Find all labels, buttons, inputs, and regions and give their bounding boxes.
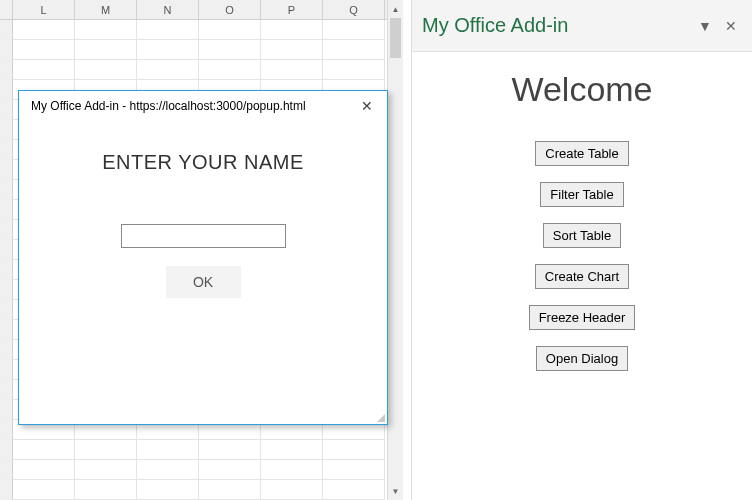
column-header[interactable]: O bbox=[199, 0, 261, 19]
row-header[interactable] bbox=[0, 400, 13, 420]
cell[interactable] bbox=[13, 40, 75, 60]
cell[interactable] bbox=[261, 460, 323, 480]
column-header[interactable]: Q bbox=[323, 0, 385, 19]
row-header[interactable] bbox=[0, 420, 13, 440]
row bbox=[0, 480, 403, 500]
row bbox=[0, 40, 403, 60]
row-header[interactable] bbox=[0, 360, 13, 380]
cell[interactable] bbox=[75, 480, 137, 500]
cell[interactable] bbox=[137, 60, 199, 80]
sort-table-button[interactable]: Sort Table bbox=[543, 223, 621, 248]
column-header[interactable]: P bbox=[261, 0, 323, 19]
column-header[interactable]: L bbox=[13, 0, 75, 19]
cell[interactable] bbox=[199, 60, 261, 80]
cell[interactable] bbox=[75, 440, 137, 460]
filter-table-button[interactable]: Filter Table bbox=[540, 182, 623, 207]
cell[interactable] bbox=[323, 440, 385, 460]
cell[interactable] bbox=[137, 20, 199, 40]
scroll-down-icon[interactable]: ▼ bbox=[388, 482, 403, 500]
cell[interactable] bbox=[323, 480, 385, 500]
resize-handle[interactable] bbox=[373, 410, 385, 422]
close-icon[interactable]: ✕ bbox=[355, 94, 379, 118]
row-header[interactable] bbox=[0, 320, 13, 340]
row-header[interactable] bbox=[0, 180, 13, 200]
row-header[interactable] bbox=[0, 40, 13, 60]
cell[interactable] bbox=[261, 480, 323, 500]
cell[interactable] bbox=[199, 20, 261, 40]
row-header[interactable] bbox=[0, 300, 13, 320]
cell[interactable] bbox=[323, 460, 385, 480]
cell[interactable] bbox=[13, 60, 75, 80]
cell[interactable] bbox=[137, 440, 199, 460]
cell[interactable] bbox=[199, 40, 261, 60]
cell[interactable] bbox=[323, 20, 385, 40]
cell[interactable] bbox=[75, 40, 137, 60]
pane-splitter[interactable] bbox=[403, 0, 411, 500]
row-header[interactable] bbox=[0, 460, 13, 480]
cell[interactable] bbox=[137, 480, 199, 500]
column-header[interactable]: N bbox=[137, 0, 199, 19]
row-header[interactable] bbox=[0, 380, 13, 400]
cell[interactable] bbox=[75, 60, 137, 80]
row-header[interactable] bbox=[0, 200, 13, 220]
select-all-corner[interactable] bbox=[0, 0, 13, 19]
pane-menu-icon[interactable]: ▼ bbox=[694, 15, 716, 37]
cell[interactable] bbox=[199, 440, 261, 460]
row-header[interactable] bbox=[0, 240, 13, 260]
task-pane-header: My Office Add-in ▼ ✕ bbox=[412, 0, 752, 52]
cell[interactable] bbox=[199, 480, 261, 500]
cell[interactable] bbox=[137, 460, 199, 480]
cell[interactable] bbox=[75, 460, 137, 480]
row-header[interactable] bbox=[0, 260, 13, 280]
cell[interactable] bbox=[13, 20, 75, 40]
scroll-thumb[interactable] bbox=[390, 18, 401, 58]
task-pane: My Office Add-in ▼ ✕ Welcome Create Tabl… bbox=[411, 0, 752, 500]
pane-close-icon[interactable]: ✕ bbox=[720, 15, 742, 37]
row-header[interactable] bbox=[0, 80, 13, 100]
popup-dialog: My Office Add-in - https://localhost:300… bbox=[18, 90, 388, 425]
row bbox=[0, 60, 403, 80]
row-header[interactable] bbox=[0, 60, 13, 80]
ok-button[interactable]: OK bbox=[166, 266, 241, 298]
task-pane-title: My Office Add-in bbox=[422, 14, 690, 37]
popup-title-text: My Office Add-in - https://localhost:300… bbox=[31, 99, 355, 113]
vertical-scrollbar[interactable]: ▲ ▼ bbox=[387, 0, 403, 500]
row-header[interactable] bbox=[0, 480, 13, 500]
cell[interactable] bbox=[261, 20, 323, 40]
cell[interactable] bbox=[13, 460, 75, 480]
task-pane-body: Welcome Create Table Filter Table Sort T… bbox=[412, 52, 752, 389]
row-header[interactable] bbox=[0, 440, 13, 460]
cell[interactable] bbox=[261, 60, 323, 80]
row-header[interactable] bbox=[0, 120, 13, 140]
scroll-up-icon[interactable]: ▲ bbox=[388, 0, 403, 18]
cell[interactable] bbox=[137, 40, 199, 60]
row-header[interactable] bbox=[0, 160, 13, 180]
cell[interactable] bbox=[323, 60, 385, 80]
cell[interactable] bbox=[261, 40, 323, 60]
row-header[interactable] bbox=[0, 340, 13, 360]
row-header[interactable] bbox=[0, 140, 13, 160]
cell[interactable] bbox=[323, 40, 385, 60]
row-header[interactable] bbox=[0, 20, 13, 40]
popup-titlebar[interactable]: My Office Add-in - https://localhost:300… bbox=[19, 91, 387, 121]
button-stack: Create Table Filter Table Sort Table Cre… bbox=[428, 141, 736, 371]
column-headers: L M N O P Q bbox=[0, 0, 403, 20]
popup-heading: ENTER YOUR NAME bbox=[39, 151, 367, 174]
open-dialog-button[interactable]: Open Dialog bbox=[536, 346, 628, 371]
freeze-header-button[interactable]: Freeze Header bbox=[529, 305, 636, 330]
row-header[interactable] bbox=[0, 100, 13, 120]
cell[interactable] bbox=[13, 480, 75, 500]
welcome-heading: Welcome bbox=[428, 70, 736, 109]
cell[interactable] bbox=[199, 460, 261, 480]
create-table-button[interactable]: Create Table bbox=[535, 141, 628, 166]
column-header[interactable]: M bbox=[75, 0, 137, 19]
row bbox=[0, 440, 403, 460]
cell[interactable] bbox=[75, 20, 137, 40]
row-header[interactable] bbox=[0, 220, 13, 240]
cell[interactable] bbox=[261, 440, 323, 460]
name-input[interactable] bbox=[121, 224, 286, 248]
popup-body: ENTER YOUR NAME OK bbox=[19, 121, 387, 298]
row-header[interactable] bbox=[0, 280, 13, 300]
create-chart-button[interactable]: Create Chart bbox=[535, 264, 629, 289]
cell[interactable] bbox=[13, 440, 75, 460]
